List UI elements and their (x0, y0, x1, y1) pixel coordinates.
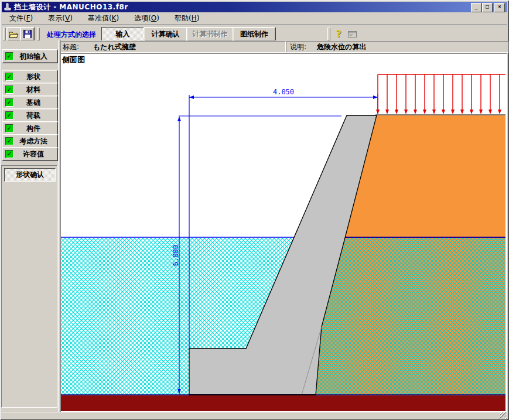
width-dim-label: 4.050 (273, 88, 294, 96)
dimension-width: 4.050 (189, 88, 378, 114)
app-icon (4, 3, 12, 11)
shape-confirm-button[interactable]: 形状确认 (4, 168, 56, 182)
floppy-disk-icon (23, 30, 32, 38)
project-title-panel: 标题: もたれ式擁壁 (59, 41, 286, 53)
sidebar-item-material[interactable]: ✓ 材料 (2, 83, 58, 97)
window-title: 挡土墙设计 - MANUCHO13.f8r (14, 2, 128, 12)
close-icon: × (498, 4, 501, 9)
toolbar-grip[interactable] (327, 28, 330, 40)
app-window: 挡土墙设计 - MANUCHO13.f8r _ □ × 文件(F) 表示(V) … (0, 0, 509, 420)
checkbox-icon: ✓ (5, 124, 13, 132)
checkbox-icon: ✓ (5, 86, 13, 94)
title-bar: 挡土墙设计 - MANUCHO13.f8r _ □ × (2, 2, 507, 12)
backfill-saturated-region (316, 238, 505, 395)
sidebar-item-member[interactable]: ✓ 构件 (2, 121, 58, 135)
maximize-icon: □ (486, 4, 488, 9)
side-view-drawing: 6.000 4.050 (61, 54, 505, 411)
checkbox-icon: ✓ (5, 52, 13, 60)
open-folder-icon (9, 30, 19, 38)
menu-help[interactable]: 帮助(H) (167, 12, 207, 25)
menu-reference-values[interactable]: 基准值(K) (80, 12, 127, 25)
sidebar-item-shape[interactable]: ✓ 形状 (2, 70, 58, 84)
sidebar-item-foundation[interactable]: ✓ 基础 (2, 95, 58, 110)
calc-confirm-button[interactable]: 计算确认 (144, 27, 187, 41)
menu-file[interactable]: 文件(F) (2, 12, 40, 25)
report-window-button[interactable] (344, 27, 360, 41)
description-value: 危険水位の算出 (317, 42, 366, 52)
toolbar-grip[interactable] (37, 28, 40, 40)
menu-view[interactable]: 表示(V) (40, 12, 80, 25)
input-tab-button[interactable]: 输入 (101, 27, 144, 41)
height-dim-label: 6.000 (172, 245, 180, 266)
sidebar-item-allowable-values[interactable]: ✓ 许容值 (2, 147, 58, 161)
checkbox-icon: ✓ (5, 111, 13, 119)
checkbox-icon: ✓ (5, 150, 13, 158)
save-button[interactable] (20, 27, 35, 41)
minimize-icon: _ (474, 4, 477, 9)
help-icon: ? (336, 29, 341, 39)
sidebar-item-initial-input[interactable]: ✓ 初始输入 (2, 49, 58, 63)
surcharge-load-arrows (376, 74, 505, 114)
base-layer (61, 395, 505, 411)
drawing-canvas: 6.000 4.050 侧面图 (60, 53, 507, 413)
checkbox-icon: ✓ (5, 98, 13, 107)
title-value: もたれ式擁壁 (93, 42, 136, 52)
description-label: 说明: (290, 42, 306, 52)
help-button[interactable]: ? (332, 27, 346, 41)
calc-report-button[interactable]: 计算书制作 (186, 27, 234, 41)
maximize-button[interactable]: □ (482, 3, 493, 12)
minimize-button[interactable]: _ (471, 3, 481, 12)
toolbar: 处理方式的选择 输入 计算确认 计算书制作 图纸制作 ? (2, 25, 507, 41)
checkbox-icon: ✓ (5, 73, 13, 81)
checkbox-icon: ✓ (5, 137, 13, 145)
description-panel: 说明: 危険水位の算出 (286, 41, 508, 53)
title-label: 标题: (63, 42, 79, 52)
info-strip: 标题: もたれ式擁壁 说明: 危険水位の算出 (2, 40, 507, 53)
sidebar-panel (1, 165, 57, 408)
mode-select-label: 处理方式的选择 (47, 30, 96, 40)
status-bar (2, 412, 507, 419)
view-title: 侧面图 (62, 54, 85, 65)
sidebar-item-consideration-method[interactable]: ✓ 考虑方法 (2, 134, 58, 148)
sidebar-item-load[interactable]: ✓ 荷载 (2, 108, 58, 122)
drawing-make-button[interactable]: 图纸制作 (233, 27, 276, 41)
resize-grip-icon[interactable] (500, 412, 507, 419)
report-window-icon (348, 31, 357, 37)
menu-options[interactable]: 选项(O) (127, 12, 167, 25)
open-file-button[interactable] (6, 27, 21, 41)
toolbar-grip[interactable] (3, 28, 6, 40)
menu-bar: 文件(F) 表示(V) 基准值(K) 选项(O) 帮助(H) (2, 13, 507, 25)
close-button[interactable]: × (494, 3, 505, 12)
